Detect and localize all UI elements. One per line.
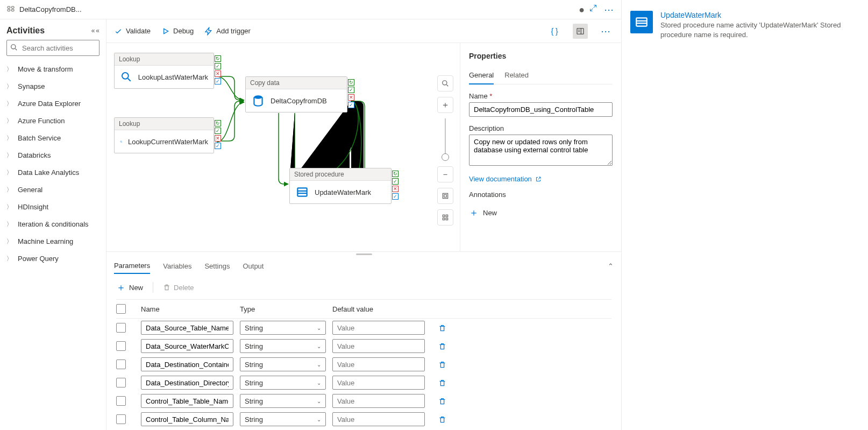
search-icon: [10, 44, 18, 53]
node-copy-data[interactable]: Copy data DeltaCopyfromDB ↻✓✕✓: [245, 76, 347, 112]
fit-icon[interactable]: [437, 188, 453, 204]
param-type-select[interactable]: String⌄: [240, 376, 326, 390]
zoom-in-icon[interactable]: ＋: [437, 97, 453, 113]
row-checkbox[interactable]: [116, 359, 126, 369]
annotations-label: Annotations: [469, 191, 613, 199]
param-type-select[interactable]: String⌄: [240, 339, 326, 353]
delete-row-icon[interactable]: [431, 397, 453, 405]
name-input[interactable]: [469, 102, 613, 117]
svg-rect-16: [446, 218, 448, 220]
node-label: LookupLastWaterMark: [138, 73, 208, 81]
cat-synapse[interactable]: 〉Synapse: [6, 77, 99, 95]
tab-related[interactable]: Related: [504, 68, 529, 84]
tab-variables[interactable]: Variables: [163, 259, 191, 273]
status-icons: ↻✓✕✓: [215, 55, 221, 84]
new-parameter-button[interactable]: ＋New: [116, 281, 143, 294]
param-type-select[interactable]: String⌄: [240, 357, 326, 371]
cat-general[interactable]: 〉General: [6, 181, 99, 198]
cat-iteration-conditionals[interactable]: 〉Iteration & conditionals: [6, 215, 99, 232]
view-documentation-link[interactable]: View documentation: [469, 175, 613, 183]
add-trigger-button[interactable]: Add trigger: [204, 27, 251, 36]
properties-panel: Properties General Related Name * Descri…: [460, 43, 621, 251]
param-default-input[interactable]: [332, 357, 425, 371]
more-icon[interactable]: ⋯: [604, 4, 615, 16]
delete-row-icon[interactable]: [431, 415, 453, 424]
expand-icon[interactable]: [589, 4, 597, 16]
param-default-input[interactable]: [332, 412, 425, 426]
layout-icon[interactable]: [437, 209, 453, 225]
more-actions-icon[interactable]: ⋯: [599, 24, 614, 39]
col-name: Name: [141, 305, 233, 313]
cat-batch-service[interactable]: 〉Batch Service: [6, 129, 99, 146]
description-input[interactable]: [469, 135, 613, 166]
cat-hdinsight[interactable]: 〉HDInsight: [6, 198, 99, 215]
param-default-input[interactable]: [332, 376, 425, 390]
row-checkbox[interactable]: [116, 396, 126, 406]
select-all-checkbox[interactable]: [116, 304, 126, 314]
cat-databricks[interactable]: 〉Databricks: [6, 146, 99, 164]
param-name-input[interactable]: [141, 339, 233, 353]
delete-row-icon[interactable]: [431, 379, 453, 387]
param-default-input[interactable]: [332, 321, 425, 335]
stored-procedure-icon: [295, 185, 309, 199]
node-type-label: Stored procedure: [290, 168, 391, 181]
resize-grip[interactable]: [106, 252, 621, 256]
node-stored-procedure[interactable]: Stored procedure UpdateWaterMark ↻✓✕✓: [289, 168, 392, 204]
col-default: Default value: [332, 305, 425, 313]
cat-power-query[interactable]: 〉Power Query: [6, 250, 99, 267]
svg-rect-3: [11, 9, 14, 11]
param-default-input[interactable]: [332, 394, 425, 408]
properties-toggle-icon[interactable]: [573, 24, 588, 39]
pipeline-title: DeltaCopyfromDB...: [19, 5, 575, 13]
param-name-input[interactable]: [141, 357, 233, 371]
search-input[interactable]: [6, 40, 99, 56]
error-title-link[interactable]: UpdateWaterMark: [660, 11, 859, 19]
param-name-input[interactable]: [141, 412, 233, 426]
collapse-bottom-icon[interactable]: ⌃: [608, 262, 614, 270]
table-row: String⌄: [116, 373, 611, 392]
svg-point-4: [11, 45, 16, 49]
param-name-input[interactable]: [141, 321, 233, 335]
table-row: String⌄: [116, 337, 611, 355]
param-type-select[interactable]: String⌄: [240, 321, 326, 335]
node-type-label: Copy data: [246, 77, 347, 89]
delete-parameter-button[interactable]: Delete: [163, 284, 194, 292]
node-lookup-last-watermark[interactable]: Lookup LookupLastWaterMark ↻✓✕✓: [114, 53, 214, 89]
validate-button[interactable]: Validate: [114, 27, 151, 36]
zoom-out-icon[interactable]: －: [437, 166, 453, 182]
param-name-input[interactable]: [141, 394, 233, 408]
delete-row-icon[interactable]: [431, 324, 453, 332]
cat-machine-learning[interactable]: 〉Machine Learning: [6, 232, 99, 250]
param-type-select[interactable]: String⌄: [240, 394, 326, 408]
code-icon[interactable]: { }: [547, 24, 562, 39]
collapse-icon[interactable]: ««: [91, 27, 99, 34]
add-annotation-button[interactable]: ＋New: [469, 206, 613, 219]
canvas-search-icon[interactable]: [437, 75, 453, 91]
delete-row-icon[interactable]: [431, 342, 453, 350]
tab-output[interactable]: Output: [243, 259, 264, 273]
row-checkbox[interactable]: [116, 341, 126, 351]
param-name-input[interactable]: [141, 376, 233, 390]
tab-settings[interactable]: Settings: [204, 259, 230, 273]
debug-button[interactable]: Debug: [161, 27, 194, 36]
row-checkbox[interactable]: [116, 414, 126, 424]
node-lookup-current-watermark[interactable]: Lookup LookupCurrentWaterMark ↻✓✕✓: [114, 117, 214, 153]
pipeline-icon: [6, 4, 15, 15]
cat-azure-function[interactable]: 〉Azure Function: [6, 112, 99, 129]
table-row: String⌄: [116, 355, 611, 373]
pipeline-canvas[interactable]: Lookup LookupLastWaterMark ↻✓✕✓ Lookup L…: [106, 43, 460, 251]
error-panel: UpdateWaterMark Stored procedure name ac…: [622, 0, 868, 430]
delete-row-icon[interactable]: [431, 361, 453, 369]
cat-azure-data-explorer[interactable]: 〉Azure Data Explorer: [6, 95, 99, 112]
svg-rect-14: [446, 215, 448, 217]
cat-data-lake-analytics[interactable]: 〉Data Lake Analytics: [6, 164, 99, 181]
tab-general[interactable]: General: [469, 68, 494, 84]
status-icons: ↻✓✕✓: [392, 171, 399, 200]
row-checkbox[interactable]: [116, 378, 126, 387]
param-default-input[interactable]: [332, 339, 425, 353]
row-checkbox[interactable]: [116, 323, 126, 333]
cat-move-transform[interactable]: 〉Move & transform: [6, 60, 99, 77]
zoom-slider[interactable]: [437, 118, 453, 161]
tab-parameters[interactable]: Parameters: [114, 258, 150, 274]
param-type-select[interactable]: String⌄: [240, 412, 326, 426]
